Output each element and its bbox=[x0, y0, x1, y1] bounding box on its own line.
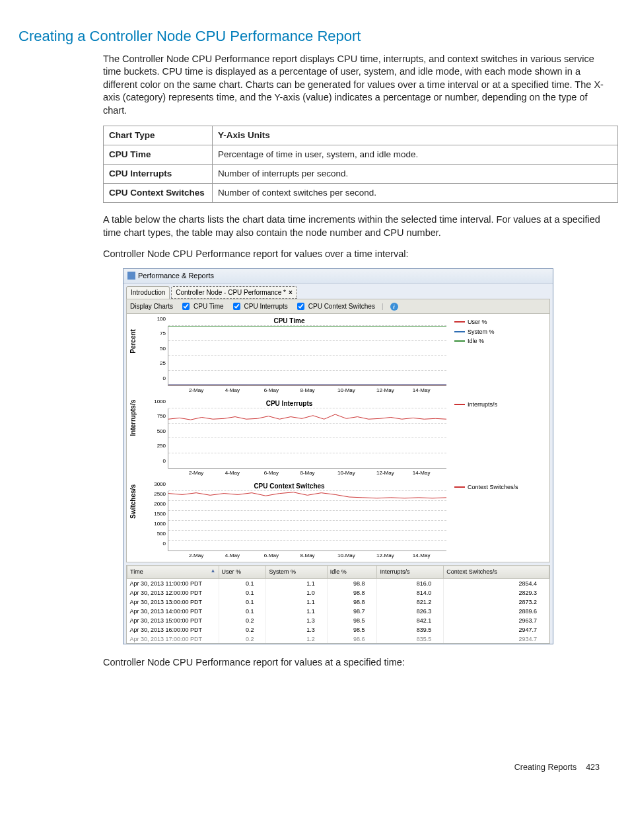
x-tick: 10-May bbox=[337, 387, 355, 395]
plot-area: 0 250 500 750 1000 2-May 4-May 6-May 8-M… bbox=[168, 408, 446, 469]
cell: 1.2 bbox=[266, 634, 327, 644]
legend-item: Idle % bbox=[454, 337, 547, 345]
y-tick: 500 bbox=[150, 428, 166, 435]
footer-section: Creating Reports bbox=[514, 763, 577, 772]
tab-cpu-performance[interactable]: Controller Node - CPU Performance * × bbox=[171, 286, 297, 299]
x-tick: 12-May bbox=[376, 553, 394, 560]
page-footer: Creating Reports 423 bbox=[18, 762, 612, 773]
cell: Apr 30, 2013 13:00:00 PDT bbox=[127, 597, 219, 607]
legend-item: System % bbox=[454, 328, 547, 336]
toolbar-label: Display Charts bbox=[130, 302, 173, 311]
chart-row-cpu-context-switches: CPU Context Switches Switches/s 0 500 10… bbox=[127, 479, 549, 562]
caption-specified-time: Controller Node CPU Performance report f… bbox=[103, 656, 612, 669]
col-context[interactable]: Context Switches/s bbox=[444, 566, 549, 578]
plot-area: 0 500 1000 1500 2000 2500 3000 2-May 4-M… bbox=[168, 491, 446, 551]
x-tick: 14-May bbox=[413, 470, 431, 477]
checkbox-label: CPU Interrupts bbox=[244, 302, 288, 311]
y-tick: 750 bbox=[150, 413, 166, 420]
charts-area: CPU Time Percent 0 25 50 75 100 2-May 4-… bbox=[126, 314, 550, 562]
td: CPU Interrupts bbox=[104, 164, 213, 183]
cell: 0.1 bbox=[219, 588, 266, 597]
x-tick: 4-May bbox=[225, 553, 240, 560]
cell: 98.6 bbox=[327, 634, 377, 644]
x-tick: 10-May bbox=[337, 470, 355, 477]
x-tick: 8-May bbox=[300, 387, 314, 395]
x-tick: 4-May bbox=[225, 387, 240, 395]
y-tick: 0 bbox=[150, 457, 166, 465]
cell: 814.0 bbox=[377, 588, 444, 597]
x-tick: 2-May bbox=[189, 387, 203, 395]
table-row[interactable]: Apr 30, 2013 11:00:00 PDT0.11.198.8816.0… bbox=[127, 578, 549, 588]
x-tick: 12-May bbox=[376, 470, 394, 477]
x-tick: 6-May bbox=[264, 387, 279, 395]
checkbox-cpu-interrupts[interactable]: CPU Interrupts bbox=[230, 301, 288, 312]
cell: 98.5 bbox=[327, 616, 377, 625]
window-titlebar: Performance & Reports bbox=[123, 269, 553, 284]
footer-page-number: 423 bbox=[586, 763, 600, 772]
y-tick: 100 bbox=[150, 315, 166, 323]
col-interrupts[interactable]: Interrupts/s bbox=[377, 566, 444, 578]
y-tick: 1500 bbox=[150, 510, 166, 517]
checkbox-input[interactable] bbox=[297, 303, 304, 310]
y-axis-label: Percent bbox=[129, 329, 138, 354]
checkbox-input[interactable] bbox=[233, 303, 240, 310]
legend-item: Context Switches/s bbox=[454, 483, 547, 491]
header-label: Time bbox=[130, 568, 143, 575]
y-tick: 1000 bbox=[150, 520, 166, 527]
cell: 98.5 bbox=[327, 625, 377, 634]
legend-label: System % bbox=[468, 328, 495, 336]
table-row[interactable]: Apr 30, 2013 12:00:00 PDT0.11.098.8814.0… bbox=[127, 588, 549, 597]
cell: 839.5 bbox=[377, 625, 444, 634]
info-icon[interactable]: i bbox=[390, 303, 398, 311]
close-icon[interactable]: × bbox=[289, 288, 293, 297]
table-row[interactable]: Apr 30, 2013 13:00:00 PDT0.11.198.8821.2… bbox=[127, 597, 549, 607]
legend-label: Interrupts/s bbox=[468, 401, 497, 408]
y-tick: 2000 bbox=[150, 500, 166, 508]
checkbox-label: CPU Context Switches bbox=[308, 302, 375, 311]
data-table-body: Apr 30, 2013 11:00:00 PDT0.11.198.8816.0… bbox=[127, 578, 549, 644]
chart-cpu-time: CPU Time Percent 0 25 50 75 100 2-May 4-… bbox=[127, 314, 452, 397]
cell: 1.3 bbox=[266, 616, 327, 625]
data-table-scroll[interactable]: Time▲ User % System % Idle % Interrupts/… bbox=[126, 565, 550, 644]
table-row[interactable]: Apr 30, 2013 15:00:00 PDT0.21.398.5842.1… bbox=[127, 616, 549, 625]
cell: 2873.2 bbox=[444, 597, 549, 607]
chart-title: CPU Interrupts bbox=[131, 399, 448, 408]
cell: 0.1 bbox=[219, 578, 266, 588]
col-user[interactable]: User % bbox=[219, 566, 266, 578]
checkbox-cpu-time[interactable]: CPU Time bbox=[180, 301, 224, 312]
paragraph: A table below the charts lists the chart… bbox=[103, 213, 612, 239]
cell: Apr 30, 2013 16:00:00 PDT bbox=[127, 625, 219, 634]
sort-asc-icon: ▲ bbox=[211, 568, 216, 575]
table-row[interactable]: Apr 30, 2013 14:00:00 PDT0.11.198.7826.3… bbox=[127, 607, 549, 616]
checkbox-cpu-context-switches[interactable]: CPU Context Switches bbox=[295, 301, 375, 312]
separator: | bbox=[382, 302, 384, 311]
td: Number of context switches per second. bbox=[213, 184, 618, 203]
cell: 2934.7 bbox=[444, 634, 549, 644]
legend-label: Idle % bbox=[468, 337, 484, 345]
table-row[interactable]: Apr 30, 2013 17:00:00 PDT0.21.298.6835.5… bbox=[127, 634, 549, 644]
line-chart-svg bbox=[168, 326, 446, 385]
cell: Apr 30, 2013 17:00:00 PDT bbox=[127, 634, 219, 644]
td: Percentage of time in user, system, and … bbox=[213, 145, 618, 164]
tabs-row: Introduction Controller Node - CPU Perfo… bbox=[123, 284, 553, 299]
cell: 1.1 bbox=[266, 578, 327, 588]
col-time[interactable]: Time▲ bbox=[127, 566, 219, 578]
cell: 826.3 bbox=[377, 607, 444, 616]
checkbox-input[interactable] bbox=[182, 303, 190, 310]
line-chart-svg bbox=[168, 491, 446, 551]
cell: 0.2 bbox=[219, 616, 266, 625]
col-idle[interactable]: Idle % bbox=[327, 566, 377, 578]
cell: Apr 30, 2013 15:00:00 PDT bbox=[127, 616, 219, 625]
x-tick: 2-May bbox=[189, 553, 203, 560]
intro-paragraph: The Controller Node CPU Performance repo… bbox=[103, 53, 612, 118]
table-row[interactable]: Apr 30, 2013 16:00:00 PDT0.21.398.5839.5… bbox=[127, 625, 549, 634]
cell: 98.8 bbox=[327, 578, 377, 588]
x-tick: 8-May bbox=[300, 553, 314, 560]
chart-legend: User % System % Idle % bbox=[452, 314, 549, 397]
y-tick: 75 bbox=[150, 330, 166, 338]
y-tick: 3000 bbox=[150, 480, 166, 488]
y-axis-label: Switches/s bbox=[129, 484, 138, 519]
cell: 2963.7 bbox=[444, 616, 549, 625]
tab-introduction[interactable]: Introduction bbox=[126, 286, 170, 299]
col-system[interactable]: System % bbox=[266, 566, 327, 578]
